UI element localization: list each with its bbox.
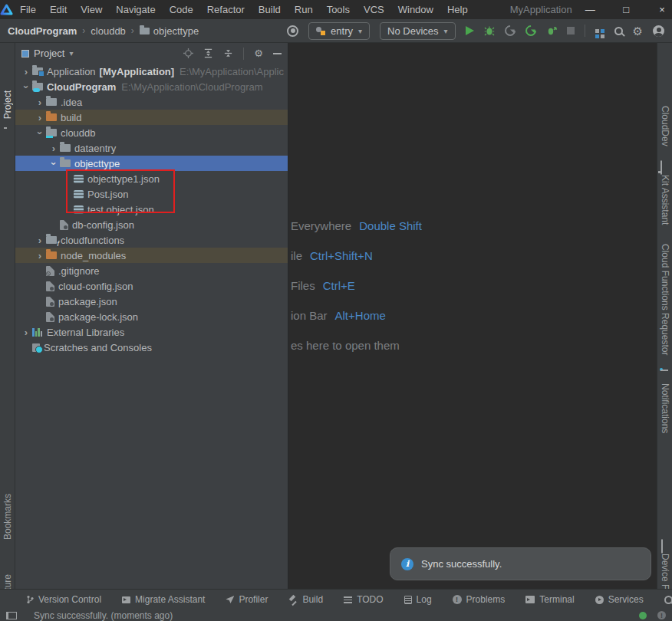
tool-tab-kit-assistant[interactable]: Kit Assistant bbox=[660, 175, 670, 225]
menu-view[interactable]: View bbox=[74, 0, 109, 19]
expand-all-icon[interactable] bbox=[203, 48, 213, 58]
tree-item-gitignore[interactable]: .gitignore bbox=[15, 263, 288, 278]
panel-options-gear-icon[interactable]: ⚙ bbox=[254, 48, 263, 58]
functions-folder-icon bbox=[46, 236, 57, 244]
menu-vcs[interactable]: VCS bbox=[357, 0, 391, 19]
tool-tab-services[interactable]: Services bbox=[595, 594, 644, 605]
editor-area: EverywhereDouble Shift ileCtrl+Shift+N F… bbox=[289, 43, 657, 589]
folder-icon bbox=[46, 98, 57, 106]
tree-item-scratches[interactable]: Scratches and Consoles bbox=[15, 340, 288, 355]
run-configuration-label: entry bbox=[331, 25, 353, 37]
locate-file-icon[interactable] bbox=[183, 48, 193, 58]
tree-label: External Libraries bbox=[47, 327, 124, 338]
project-panel-title[interactable]: Project bbox=[34, 48, 64, 59]
tree-item-package-lock-json[interactable]: package-lock.json bbox=[15, 309, 288, 324]
menu-tools[interactable]: Tools bbox=[320, 0, 357, 19]
tree-item-clouddb[interactable]: › clouddb bbox=[15, 125, 288, 140]
tree-item-dataentry[interactable]: › dataentry bbox=[15, 140, 288, 156]
tool-tab-migrate-assistant[interactable]: Migrate Assistant bbox=[122, 594, 205, 605]
tree-item-application[interactable]: › Application [MyApplication] E:\MyAppli… bbox=[15, 64, 288, 79]
tool-tab-problems[interactable]: Problems bbox=[453, 594, 506, 605]
profile-avatar-icon[interactable] bbox=[653, 25, 664, 37]
menu-edit[interactable]: Edit bbox=[43, 0, 74, 19]
tool-tab-clouddev[interactable]: CloudDev bbox=[660, 106, 670, 146]
tool-tab-version-control[interactable]: Version Control bbox=[26, 594, 101, 605]
close-button[interactable]: × bbox=[644, 0, 672, 19]
menu-run[interactable]: Run bbox=[288, 0, 320, 19]
hide-panel-icon[interactable] bbox=[273, 53, 282, 54]
breadcrumb-cloudprogram[interactable]: CloudProgram bbox=[8, 25, 77, 37]
tool-tab-profiler[interactable]: Profiler bbox=[226, 594, 268, 605]
attach-debugger-button[interactable] bbox=[546, 25, 557, 36]
chevron-down-icon[interactable]: › bbox=[21, 80, 31, 93]
chevron-right-icon[interactable]: › bbox=[34, 251, 46, 261]
tree-item-build[interactable]: › build bbox=[15, 110, 288, 125]
chevron-separator-icon: › bbox=[82, 25, 85, 36]
tool-tab-log[interactable]: Log bbox=[404, 594, 432, 605]
kit-assistant-icon[interactable] bbox=[660, 161, 662, 175]
tree-item-db-config-json[interactable]: db-config.json bbox=[15, 217, 288, 232]
tool-tab-notifications[interactable]: Notifications bbox=[660, 383, 670, 433]
tree-item-cloud-config-json[interactable]: cloud-config.json bbox=[15, 278, 288, 294]
stop-button[interactable] bbox=[567, 27, 575, 34]
tree-label: CloudProgram bbox=[47, 81, 116, 93]
log-icon bbox=[404, 596, 412, 604]
menu-help[interactable]: Help bbox=[440, 0, 475, 19]
settings-gear-icon[interactable]: ⚙ bbox=[633, 25, 643, 37]
tree-item-external-libraries[interactable]: › External Libraries bbox=[15, 324, 288, 340]
tree-label: cloud-config.json bbox=[58, 281, 133, 292]
run-button[interactable] bbox=[466, 26, 474, 35]
tool-tab-todo[interactable]: TODO bbox=[344, 594, 383, 605]
project-structure-icon[interactable] bbox=[595, 29, 599, 33]
chevron-right-icon[interactable]: › bbox=[34, 113, 46, 123]
menu-build[interactable]: Build bbox=[252, 0, 288, 19]
tree-item-package-json[interactable]: package.json bbox=[15, 294, 288, 309]
code-linter-icon bbox=[664, 596, 672, 604]
chevron-down-icon: ▾ bbox=[444, 27, 448, 35]
search-everywhere-icon[interactable] bbox=[614, 27, 623, 35]
chevron-down-icon[interactable]: ▾ bbox=[69, 49, 73, 58]
minimize-button[interactable]: — bbox=[572, 0, 608, 19]
chevron-right-icon[interactable]: › bbox=[20, 327, 32, 337]
profiler-button[interactable] bbox=[502, 23, 518, 38]
chevron-down-icon[interactable]: › bbox=[49, 157, 59, 169]
collapse-all-icon[interactable] bbox=[223, 48, 233, 58]
device-selector[interactable]: No Devices ▾ bbox=[380, 22, 456, 40]
menu-window[interactable]: Window bbox=[391, 0, 440, 19]
run-configuration-selector[interactable]: entry ▾ bbox=[308, 22, 370, 40]
tree-item-objecttype-selected[interactable]: › objecttype bbox=[15, 156, 288, 171]
menu-code[interactable]: Code bbox=[163, 0, 200, 19]
tool-tab-code-linter[interactable]: Code Linte bbox=[664, 594, 672, 605]
menu-navigate[interactable]: Navigate bbox=[109, 0, 162, 19]
chevron-right-icon[interactable]: › bbox=[34, 235, 46, 245]
menu-file[interactable]: File bbox=[13, 0, 43, 19]
tree-item-cloudprogram[interactable]: › CloudProgram E:\MyApplication\CloudPro… bbox=[15, 79, 288, 94]
tool-tab-bookmarks[interactable]: Bookmarks bbox=[2, 494, 13, 540]
tool-tab-project[interactable]: Project bbox=[2, 90, 13, 119]
toolbar-divider bbox=[585, 25, 585, 37]
device-selector-label: No Devices bbox=[387, 25, 438, 37]
tool-tab-terminal[interactable]: Terminal bbox=[525, 594, 574, 605]
chevron-down-icon[interactable]: › bbox=[35, 127, 45, 139]
chevron-right-icon[interactable]: › bbox=[20, 67, 32, 77]
chevron-right-icon[interactable]: › bbox=[48, 143, 60, 153]
tree-item-idea[interactable]: › .idea bbox=[15, 94, 288, 110]
maximize-button[interactable]: □ bbox=[608, 0, 644, 19]
locate-target-icon[interactable] bbox=[287, 25, 298, 37]
event-log-alert-icon[interactable] bbox=[657, 611, 666, 619]
git-branch-icon bbox=[26, 595, 34, 604]
breadcrumb-objecttype[interactable]: objecttype bbox=[153, 25, 199, 37]
tool-tab-cloud-functions-requestor[interactable]: Cloud Functions Requestor bbox=[660, 244, 670, 355]
device-file-browser-icon[interactable] bbox=[661, 540, 663, 554]
chevron-right-icon[interactable]: › bbox=[34, 97, 46, 107]
breadcrumb-clouddb[interactable]: clouddb bbox=[91, 25, 126, 37]
tool-tab-build[interactable]: Build bbox=[288, 594, 323, 605]
tree-item-cloudfunctions[interactable]: › cloudfunctions bbox=[15, 232, 288, 248]
debug-button[interactable] bbox=[484, 25, 495, 36]
menu-refactor[interactable]: Refactor bbox=[200, 0, 252, 19]
rerun-button[interactable] bbox=[523, 23, 539, 38]
tree-item-node-modules[interactable]: › node_modules bbox=[15, 248, 288, 263]
sync-notification-balloon[interactable]: i Sync successfully. bbox=[390, 547, 651, 580]
toolwindow-switcher-icon[interactable] bbox=[6, 612, 17, 619]
tree-label: package-lock.json bbox=[58, 311, 138, 323]
